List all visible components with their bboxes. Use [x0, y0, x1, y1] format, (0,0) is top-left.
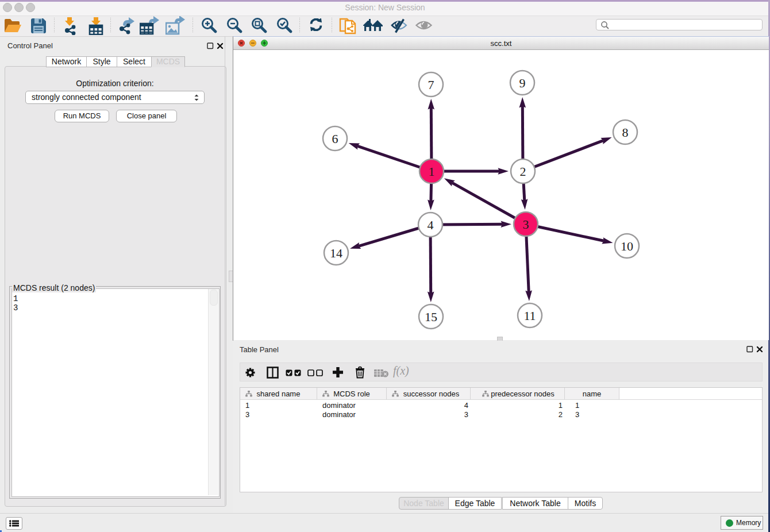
svg-text:3: 3 — [523, 217, 529, 232]
svg-text:1: 1 — [429, 164, 435, 179]
svg-text:2: 2 — [520, 164, 526, 179]
svg-text:11: 11 — [523, 309, 536, 323]
svg-text:14: 14 — [330, 246, 342, 260]
svg-text:7: 7 — [428, 78, 434, 92]
svg-text:6: 6 — [332, 132, 338, 146]
svg-text:15: 15 — [425, 310, 437, 324]
svg-text:8: 8 — [622, 125, 629, 140]
svg-text:10: 10 — [621, 239, 633, 253]
svg-text:9: 9 — [519, 76, 526, 90]
svg-text:4: 4 — [428, 218, 434, 232]
